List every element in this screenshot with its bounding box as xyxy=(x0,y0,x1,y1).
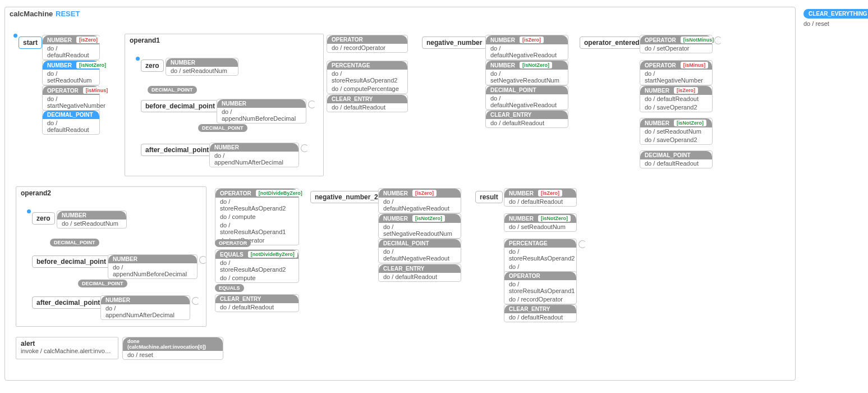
op1-clear-entry[interactable]: CLEAR_ENTRY do / defaultReadout xyxy=(327,94,408,112)
neg-number-isnotzero[interactable]: NUMBER[isNotZero] do / setNegativeReadou… xyxy=(485,60,568,85)
opent-operator-isminus[interactable]: OPERATOR[isMinus] do / startNegativeNumb… xyxy=(640,60,713,85)
op1-zero-dp[interactable]: DECIMAL_POINT xyxy=(148,86,197,94)
state-operand2-bdp[interactable]: before_decimal_point xyxy=(32,255,111,268)
neg-clear-entry[interactable]: CLEAR_ENTRY do / defaultReadout xyxy=(485,110,568,128)
opent-number-iszero[interactable]: NUMBER[isZero] do / defaultReadout do / … xyxy=(640,85,713,112)
self-loop-icon xyxy=(301,144,309,152)
op2-adp-number[interactable]: NUMBER do / appendNumAfterDecimal xyxy=(100,295,190,320)
state-operand2-adp[interactable]: after_decimal_point xyxy=(32,296,104,309)
state-operand1[interactable]: operand1 zero NUMBER do / setReadoutNum … xyxy=(125,34,324,176)
self-loop-icon xyxy=(192,297,200,305)
self-loop-icon xyxy=(308,100,316,108)
opent-operator-notminus[interactable]: OPERATOR[isNotMinus] do / setOperator xyxy=(640,35,713,53)
op1-adp-number[interactable]: NUMBER do / appendNumAfterDecimal xyxy=(209,143,299,167)
state-result[interactable]: result xyxy=(475,191,503,203)
op2-clear-entry[interactable]: CLEAR_ENTRY do / defaultReadout xyxy=(215,294,299,312)
start-decimal-point[interactable]: DECIMAL_POINT do / defaultReadout xyxy=(42,110,100,135)
op1-bdp-number[interactable]: NUMBER do / appendNumBeforeDecimal xyxy=(217,99,306,124)
state-alert[interactable]: alert invoke / calcMachine.alert:invocat… xyxy=(16,337,118,359)
self-loop-icon xyxy=(199,256,207,264)
neg2-number-iszero[interactable]: NUMBER[isZero] do / defaultNegativeReado… xyxy=(378,188,461,213)
start-number-isnotzero[interactable]: NUMBER[isNotZero] do / setReadoutNum xyxy=(42,60,100,85)
neg2-dp[interactable]: DECIMAL_POINT do / defaultNegativeReadou… xyxy=(378,239,461,263)
state-operand1-adp[interactable]: after_decimal_point xyxy=(141,144,213,156)
neg2-number-isnotzero[interactable]: NUMBER[isNotZero] do / setNegativeReadou… xyxy=(378,213,461,239)
neg-number-iszero[interactable]: NUMBER[isZero] do / defaultNegativeReado… xyxy=(485,35,568,60)
machine-title: calcMachine xyxy=(10,10,53,18)
state-start[interactable]: start xyxy=(19,36,42,49)
op1-percentage[interactable]: PERCENTAGE do / storeResultAsOperand2 do… xyxy=(327,61,408,94)
result-number-iszero[interactable]: NUMBER[isZero] do / defaultReadout xyxy=(504,188,577,207)
start-number-iszero[interactable]: NUMBER[isZero] do / defaultReadout xyxy=(42,35,100,60)
op1-bdp-dp[interactable]: DECIMAL_POINT xyxy=(198,124,247,132)
op1-zero-number[interactable]: NUMBER do / setReadoutNum xyxy=(166,58,238,76)
state-operand2[interactable]: operand2 zero NUMBER do / setReadoutNum … xyxy=(16,186,206,327)
statechart-canvas: calcMachine RESET CLEAR_EVERYTHING do / … xyxy=(0,0,868,393)
start-operator-isminus[interactable]: OPERATOR[isMinus] do / startNegativeNumb… xyxy=(42,85,100,111)
state-operand1-zero[interactable]: zero xyxy=(141,60,164,72)
neg2-clear-entry[interactable]: CLEAR_ENTRY do / defaultReadout xyxy=(378,264,461,282)
op2-zero-number[interactable]: NUMBER do / setReadoutNum xyxy=(57,211,127,229)
op2-operator[interactable]: OPERATOR xyxy=(215,239,251,247)
op2-bdp-dp[interactable]: DECIMAL_POINT xyxy=(78,280,127,287)
alert-done[interactable]: done (calcMachine.alert:invocation[0]) d… xyxy=(122,337,223,360)
action-reset: do / reset xyxy=(803,20,829,27)
self-loop-icon xyxy=(578,240,586,248)
op1-operator[interactable]: OPERATOR do / recordOperator xyxy=(327,35,408,53)
state-negative-number-2[interactable]: negative_number_2 xyxy=(310,191,383,203)
result-number-isnotzero[interactable]: NUMBER[isNotZero] do / setReadoutNum xyxy=(504,213,577,232)
op2-operator-ndbz[interactable]: OPERATOR[notDivideByZero] do / storeResu… xyxy=(215,188,299,245)
self-loop-icon xyxy=(714,36,722,44)
opent-dp[interactable]: DECIMAL_POINT do / defaultReadout xyxy=(640,150,713,168)
neg-dp[interactable]: DECIMAL_POINT do / defaultNegativeReadou… xyxy=(485,85,568,110)
op2-equals-ndbz[interactable]: EQUALS[notDivideByZero] do / storeResult… xyxy=(215,249,299,283)
state-operand1-bdp[interactable]: before_decimal_point xyxy=(141,100,219,112)
result-operator[interactable]: OPERATOR do / storeResultAsOperand1 do /… xyxy=(504,271,577,304)
op2-zero-dp[interactable]: DECIMAL_POINT xyxy=(50,239,99,246)
state-negative-number[interactable]: negative_number xyxy=(422,36,486,49)
result-clear-entry[interactable]: CLEAR_ENTRY do / defaultReadout xyxy=(504,304,577,322)
op2-equals[interactable]: EQUALS xyxy=(215,284,244,292)
reset-button[interactable]: RESET xyxy=(56,10,80,18)
state-operator-entered[interactable]: operator_entered xyxy=(580,36,644,49)
state-operand2-zero[interactable]: zero xyxy=(32,212,55,225)
event-clear-everything[interactable]: CLEAR_EVERYTHING xyxy=(803,9,868,19)
op2-bdp-number[interactable]: NUMBER do / appendNumBeforeDecimal xyxy=(108,254,198,279)
opent-number-isnotzero[interactable]: NUMBER[isNotZero] do / setReadoutNum do … xyxy=(640,118,713,145)
